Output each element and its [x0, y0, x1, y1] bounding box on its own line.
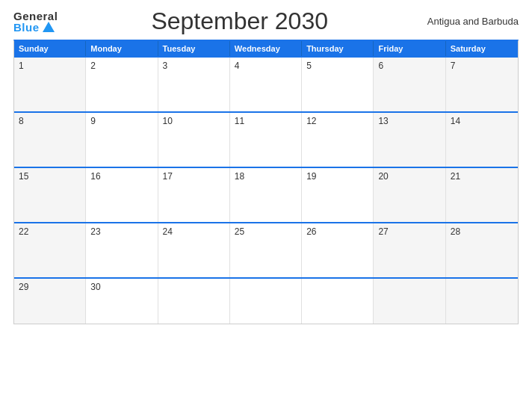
day-29[interactable]: 29: [14, 279, 86, 324]
header-sunday: Sunday: [14, 41, 86, 56]
header-thursday: Thursday: [302, 41, 374, 56]
logo-blue-text: Blue: [13, 22, 55, 33]
day-22[interactable]: 22: [14, 223, 86, 277]
day-27[interactable]: 27: [374, 223, 445, 277]
day-7[interactable]: 7: [446, 58, 518, 111]
day-4[interactable]: 4: [230, 58, 302, 111]
calendar-grid: Sunday Monday Tuesday Wednesday Thursday…: [13, 40, 519, 324]
day-empty-1: [158, 279, 230, 324]
week-row-5: 29 30: [14, 277, 518, 324]
weekday-header-row: Sunday Monday Tuesday Wednesday Thursday…: [14, 41, 518, 56]
day-23[interactable]: 23: [86, 223, 158, 277]
day-30[interactable]: 30: [86, 279, 158, 324]
day-9[interactable]: 9: [86, 113, 158, 167]
logo-triangle-icon: [43, 22, 55, 32]
day-28[interactable]: 28: [446, 223, 518, 277]
header: General Blue September 2030 Antigua and …: [13, 7, 519, 35]
day-5[interactable]: 5: [302, 58, 374, 111]
day-empty-3: [302, 279, 374, 324]
day-3[interactable]: 3: [158, 58, 230, 111]
header-saturday: Saturday: [446, 41, 518, 56]
header-wednesday: Wednesday: [230, 41, 302, 56]
country-label: Antigua and Barbuda: [421, 16, 519, 27]
day-empty-4: [374, 279, 445, 324]
day-17[interactable]: 17: [158, 168, 230, 222]
day-10[interactable]: 10: [158, 113, 230, 167]
day-11[interactable]: 11: [230, 113, 302, 167]
day-empty-5: [446, 279, 518, 324]
day-20[interactable]: 20: [374, 168, 445, 222]
logo: General Blue: [13, 10, 58, 33]
day-2[interactable]: 2: [86, 58, 158, 111]
logo-general-text: General: [13, 10, 58, 22]
calendar-page: General Blue September 2030 Antigua and …: [0, 0, 532, 411]
day-12[interactable]: 12: [302, 113, 374, 167]
week-row-3: 15 16 17 18 19 20 21: [14, 167, 518, 222]
week-row-4: 22 23 24 25 26 27 28: [14, 222, 518, 277]
day-19[interactable]: 19: [302, 168, 374, 222]
day-21[interactable]: 21: [446, 168, 518, 222]
header-friday: Friday: [374, 41, 445, 56]
header-monday: Monday: [86, 41, 158, 56]
day-18[interactable]: 18: [230, 168, 302, 222]
day-13[interactable]: 13: [374, 113, 445, 167]
day-8[interactable]: 8: [14, 113, 86, 167]
day-1[interactable]: 1: [14, 58, 86, 111]
day-15[interactable]: 15: [14, 168, 86, 222]
day-6[interactable]: 6: [374, 58, 445, 111]
day-14[interactable]: 14: [446, 113, 518, 167]
week-row-1: 1 2 3 4 5 6 7: [14, 56, 518, 111]
day-empty-2: [230, 279, 302, 324]
day-26[interactable]: 26: [302, 223, 374, 277]
day-25[interactable]: 25: [230, 223, 302, 277]
calendar-title: September 2030: [58, 7, 421, 35]
day-24[interactable]: 24: [158, 223, 230, 277]
week-row-2: 8 9 10 11 12 13 14: [14, 111, 518, 167]
header-tuesday: Tuesday: [158, 41, 230, 56]
day-16[interactable]: 16: [86, 168, 158, 222]
